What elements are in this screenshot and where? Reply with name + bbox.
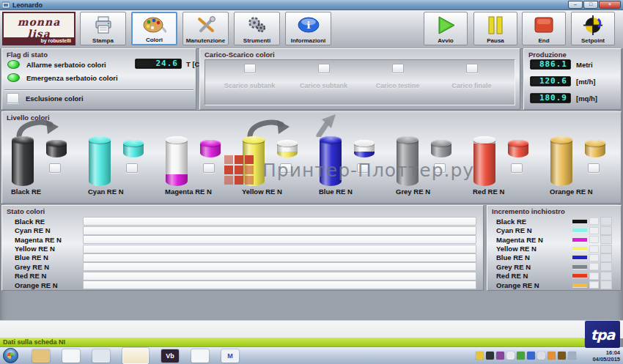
carico-option-checkbox[interactable] — [392, 64, 404, 73]
color-status-field[interactable] — [83, 272, 476, 281]
vb-tray-icon[interactable] — [496, 352, 504, 360]
color-enable-checkbox[interactable] — [588, 163, 600, 173]
color-status-label: Magenta RE N — [2, 236, 83, 244]
color-status-field[interactable] — [83, 245, 476, 253]
ink-increment-label: Cyan RE N — [496, 226, 572, 234]
color-enable-checkbox[interactable] — [49, 163, 61, 173]
livello-colori-panel: Livello colori — [1, 111, 622, 204]
color-status-row: Blue RE N — [2, 253, 476, 262]
color-status-field[interactable] — [83, 226, 476, 235]
setpoint-icon — [583, 12, 603, 37]
alarm-row: Allarme serbatoio colori — [7, 60, 106, 69]
ink-increment-label: Red RE N — [496, 272, 572, 280]
package-icon[interactable] — [558, 352, 566, 360]
color-status-label: Yellow RE N — [2, 245, 83, 253]
color-status-field[interactable] — [83, 281, 476, 289]
carico-option-checkbox[interactable] — [244, 64, 256, 73]
ink-color-bar — [572, 220, 587, 223]
pen-icon[interactable] — [191, 349, 209, 363]
manutenzione-button[interactable]: Manutenzione — [183, 12, 229, 45]
brand-by: by robustelli — [4, 37, 74, 44]
ink-increment-cell — [589, 263, 599, 270]
temperature-display: 24.6 — [135, 59, 182, 69]
color-enable-checkbox[interactable] — [511, 163, 523, 173]
colori-button[interactable]: Colori — [131, 12, 177, 45]
update-icon[interactable] — [568, 352, 576, 360]
production-unit-label: Metri — [576, 61, 593, 69]
carico-option: Carico finale — [435, 64, 509, 89]
color-status-row: Black RE — [2, 217, 476, 226]
orange-arrow-icon[interactable] — [548, 352, 556, 360]
esclusione-colori-checkbox[interactable] — [7, 93, 19, 103]
color-enable-checkbox[interactable] — [280, 163, 292, 173]
alarm-led — [7, 60, 20, 69]
ink-increment-label: Grey RE N — [496, 263, 572, 271]
white-app-icon[interactable] — [537, 352, 545, 360]
subtank-cylinder — [277, 140, 298, 157]
color-name-label: Yellow RE N — [242, 187, 282, 196]
color-status-field[interactable] — [83, 262, 476, 271]
carico-option-checkbox[interactable] — [466, 64, 478, 73]
color-status-label: Black RE — [2, 218, 83, 226]
setpoint-button[interactable]: Setpoint — [571, 12, 615, 45]
color-enable-checkbox[interactable] — [126, 163, 138, 173]
color-status-field[interactable] — [83, 253, 476, 262]
color-status-row: Cyan RE N — [2, 226, 476, 234]
ink-increment-row: Black RE — [496, 217, 612, 226]
ink-increment-cell — [600, 245, 612, 253]
ink-increment-rows: Black RE Cyan RE N Magenta RE N — [496, 217, 612, 290]
color-status-label: Cyan RE N — [2, 226, 83, 234]
subtank-cylinder — [508, 140, 528, 157]
chart-icon[interactable] — [62, 349, 80, 363]
blue-app-icon[interactable] — [527, 352, 535, 360]
network-icon[interactable] — [486, 352, 494, 360]
color-status-row: Orange RE N — [2, 281, 476, 289]
play-icon — [435, 12, 457, 37]
flag-di-stato-title: Flag di stato — [2, 49, 196, 59]
maximize-button[interactable]: □ — [583, 1, 598, 9]
ink-increment-cell — [600, 253, 612, 262]
taskbar-clock[interactable]: 16:04 04/05/2015 — [592, 349, 620, 363]
carico-scarico-panel: Carico-Scarico colori Scarico subtank Ca… — [199, 48, 520, 110]
carico-scarico-title: Carico-Scarico colori — [200, 49, 520, 59]
window-tray-icon[interactable] — [506, 352, 515, 360]
end-button[interactable]: End — [522, 12, 566, 45]
esclusione-colori-label: Esclusione colori — [26, 94, 84, 103]
ink-increment-cell — [589, 236, 599, 243]
m-icon[interactable]: M — [221, 349, 239, 363]
window-title: Leonardo — [12, 1, 43, 9]
ink-color-bar — [572, 265, 587, 269]
start-button[interactable] — [3, 348, 18, 363]
window-bottom-strip — [0, 320, 623, 338]
color-enable-checkbox[interactable] — [434, 163, 446, 173]
ink-increment-row: Yellow RE N — [496, 244, 612, 253]
minimize-button[interactable]: – — [568, 1, 583, 9]
shield-icon[interactable] — [476, 352, 484, 360]
vb-icon[interactable]: Vb — [161, 349, 179, 363]
color-status-rows: Black RE Cyan RE N Magenta RE N Yellow R… — [2, 217, 476, 290]
ink-increment-cell — [600, 235, 612, 244]
color-enable-checkbox[interactable] — [203, 163, 215, 173]
color-enable-checkbox[interactable] — [357, 163, 369, 173]
taskbar-apps: Vb M — [32, 349, 239, 363]
refill-arrow-icon — [246, 118, 290, 137]
stampa-button[interactable]: Stampa — [80, 12, 126, 45]
strumenti-button[interactable]: Strumenti — [234, 12, 280, 45]
close-button[interactable]: × — [599, 1, 621, 9]
carico-option-checkbox[interactable] — [318, 64, 330, 73]
subtank-cylinder — [200, 140, 221, 157]
leonardo-form-icon[interactable] — [122, 348, 149, 364]
color-status-row: Red RE N — [2, 272, 476, 281]
document-icon[interactable] — [92, 349, 110, 363]
color-status-field[interactable] — [83, 217, 476, 226]
color-column: Grey RE N — [394, 112, 471, 204]
folder-icon[interactable] — [32, 349, 50, 363]
green-status-icon[interactable] — [517, 352, 525, 360]
carico-option: Carico testine — [361, 64, 435, 89]
avvio-button[interactable]: Avvio — [424, 12, 468, 45]
color-status-field[interactable] — [83, 235, 476, 244]
pausa-button[interactable]: Pausa — [473, 12, 517, 45]
color-column: Magenta RE N — [163, 112, 240, 204]
informazioni-button[interactable]: i Informazioni — [285, 12, 331, 45]
tank-cylinder — [89, 136, 111, 186]
